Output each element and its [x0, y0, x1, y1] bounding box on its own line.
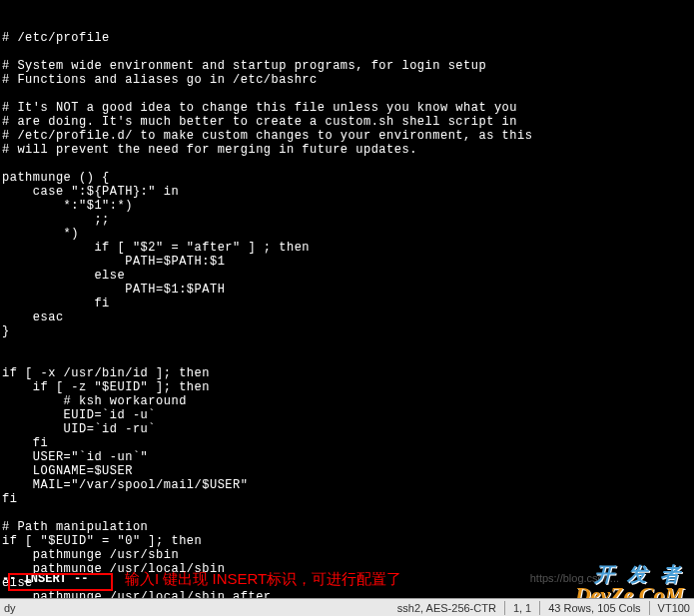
code-line[interactable]: # Path manipulation	[2, 521, 692, 535]
code-line[interactable]: # ksh workaround	[2, 395, 692, 409]
code-line[interactable]: MAIL="/var/spool/mail/$USER"	[2, 479, 692, 493]
code-line[interactable]: *:"$1":*)	[2, 200, 692, 214]
code-line[interactable]: EUID=`id -u`	[2, 409, 692, 423]
code-line[interactable]: PATH=$PATH:$1	[2, 256, 692, 270]
vim-mode-indicator: -- INSERT --	[2, 572, 88, 586]
code-line[interactable]: if [ "$EUID" = "0" ]; then	[2, 535, 692, 549]
code-line[interactable]: if [ -x /usr/bin/id ]; then	[2, 367, 692, 381]
code-line[interactable]: fi	[2, 493, 692, 507]
code-line[interactable]: esac	[2, 311, 692, 325]
code-line[interactable]: UID=`id -ru`	[2, 423, 692, 437]
code-line[interactable]: # It's NOT a good idea to change this fi…	[2, 102, 692, 116]
editor-content[interactable]: # /etc/profile# System wide environment …	[0, 0, 694, 616]
code-line[interactable]: # will prevent the need for merging in f…	[2, 144, 692, 158]
code-line[interactable]: if [ "$2" = "after" ] ; then	[2, 242, 692, 256]
code-line[interactable]	[2, 339, 692, 353]
code-line[interactable]: LOGNAME=$USER	[2, 465, 692, 479]
code-line[interactable]: PATH=$1:$PATH	[2, 284, 692, 298]
code-line[interactable]: # System wide environment and startup pr…	[2, 60, 692, 74]
annotation-text: 输入I 键出现 INSERT标识，可进行配置了	[125, 570, 401, 589]
code-line[interactable]: case ":${PATH}:" in	[2, 186, 692, 200]
code-line[interactable]: if [ -z "$EUID" ]; then	[2, 381, 692, 395]
status-vt: VT100	[658, 602, 690, 614]
watermark-line1: 开 发 者	[575, 564, 684, 584]
code-line[interactable]: *)	[2, 228, 692, 242]
code-line[interactable]	[2, 158, 692, 172]
code-line[interactable]: fi	[2, 437, 692, 451]
code-line[interactable]	[2, 46, 692, 60]
status-rows-cols: 43 Rows, 105 Cols	[548, 602, 640, 614]
code-line[interactable]: ;;	[2, 214, 692, 228]
code-line[interactable]: # are doing. It's much better to create …	[2, 116, 692, 130]
code-line[interactable]: # Functions and aliases go in /etc/bashr…	[2, 74, 692, 88]
code-line[interactable]: # /etc/profile.d/ to make custom changes…	[2, 130, 692, 144]
status-protocol: ssh2, AES-256-CTR	[397, 602, 496, 614]
code-line[interactable]: # /etc/profile	[2, 32, 692, 46]
code-line[interactable]	[2, 507, 692, 521]
code-line[interactable]: fi	[2, 298, 692, 311]
code-line[interactable]: pathmunge () {	[2, 172, 692, 186]
code-line[interactable]: USER="`id -un`"	[2, 451, 692, 465]
code-line[interactable]	[2, 88, 692, 102]
code-line[interactable]: }	[2, 325, 692, 339]
code-line[interactable]: else	[2, 270, 692, 284]
status-position: 1, 1	[513, 602, 531, 614]
code-line[interactable]: pathmunge /usr/sbin	[2, 549, 692, 563]
status-left: dy	[4, 602, 16, 614]
code-line[interactable]	[2, 353, 692, 367]
status-bar: dy ssh2, AES-256-CTR 1, 1 43 Rows, 105 C…	[0, 598, 694, 616]
